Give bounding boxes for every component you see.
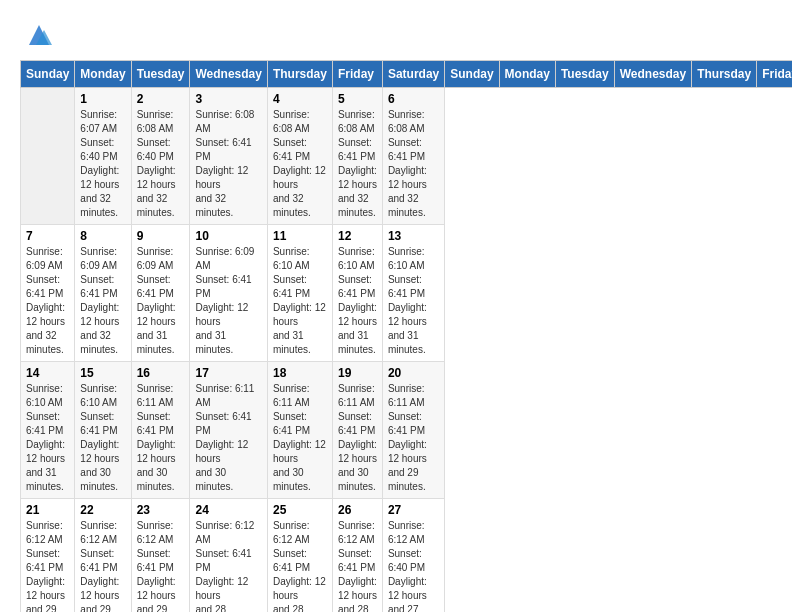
day-header-sunday: Sunday xyxy=(21,61,75,88)
calendar-cell: 22Sunrise: 6:12 AM Sunset: 6:41 PM Dayli… xyxy=(75,499,131,613)
day-number: 22 xyxy=(80,503,125,517)
calendar-cell: 6Sunrise: 6:08 AM Sunset: 6:41 PM Daylig… xyxy=(382,88,444,225)
day-number: 20 xyxy=(388,366,439,380)
calendar-cell: 26Sunrise: 6:12 AM Sunset: 6:41 PM Dayli… xyxy=(332,499,382,613)
calendar-week-row: 21Sunrise: 6:12 AM Sunset: 6:41 PM Dayli… xyxy=(21,499,793,613)
calendar-cell: 20Sunrise: 6:11 AM Sunset: 6:41 PM Dayli… xyxy=(382,362,444,499)
day-number: 21 xyxy=(26,503,69,517)
calendar-table: SundayMondayTuesdayWednesdayThursdayFrid… xyxy=(20,60,792,612)
day-info: Sunrise: 6:10 AM Sunset: 6:41 PM Dayligh… xyxy=(388,245,439,357)
day-info: Sunrise: 6:10 AM Sunset: 6:41 PM Dayligh… xyxy=(338,245,377,357)
day-header-friday: Friday xyxy=(757,61,792,88)
day-info: Sunrise: 6:09 AM Sunset: 6:41 PM Dayligh… xyxy=(195,245,261,357)
calendar-cell: 3Sunrise: 6:08 AM Sunset: 6:41 PM Daylig… xyxy=(190,88,267,225)
calendar-cell: 13Sunrise: 6:10 AM Sunset: 6:41 PM Dayli… xyxy=(382,225,444,362)
day-number: 15 xyxy=(80,366,125,380)
day-info: Sunrise: 6:12 AM Sunset: 6:41 PM Dayligh… xyxy=(273,519,327,612)
day-header-tuesday: Tuesday xyxy=(131,61,190,88)
day-header-tuesday: Tuesday xyxy=(555,61,614,88)
day-info: Sunrise: 6:12 AM Sunset: 6:41 PM Dayligh… xyxy=(26,519,69,612)
day-number: 11 xyxy=(273,229,327,243)
day-number: 16 xyxy=(137,366,185,380)
day-info: Sunrise: 6:12 AM Sunset: 6:41 PM Dayligh… xyxy=(80,519,125,612)
day-number: 19 xyxy=(338,366,377,380)
day-header-saturday: Saturday xyxy=(382,61,444,88)
day-info: Sunrise: 6:12 AM Sunset: 6:41 PM Dayligh… xyxy=(338,519,377,612)
page-header xyxy=(20,20,772,50)
calendar-cell: 12Sunrise: 6:10 AM Sunset: 6:41 PM Dayli… xyxy=(332,225,382,362)
day-info: Sunrise: 6:10 AM Sunset: 6:41 PM Dayligh… xyxy=(273,245,327,357)
calendar-week-row: 1Sunrise: 6:07 AM Sunset: 6:40 PM Daylig… xyxy=(21,88,793,225)
calendar-cell: 5Sunrise: 6:08 AM Sunset: 6:41 PM Daylig… xyxy=(332,88,382,225)
day-number: 13 xyxy=(388,229,439,243)
calendar-cell: 1Sunrise: 6:07 AM Sunset: 6:40 PM Daylig… xyxy=(75,88,131,225)
day-header-thursday: Thursday xyxy=(267,61,332,88)
day-number: 7 xyxy=(26,229,69,243)
day-number: 4 xyxy=(273,92,327,106)
day-number: 26 xyxy=(338,503,377,517)
calendar-header-row: SundayMondayTuesdayWednesdayThursdayFrid… xyxy=(21,61,793,88)
day-info: Sunrise: 6:08 AM Sunset: 6:41 PM Dayligh… xyxy=(195,108,261,220)
day-number: 24 xyxy=(195,503,261,517)
calendar-cell: 23Sunrise: 6:12 AM Sunset: 6:41 PM Dayli… xyxy=(131,499,190,613)
calendar-cell: 2Sunrise: 6:08 AM Sunset: 6:40 PM Daylig… xyxy=(131,88,190,225)
day-number: 27 xyxy=(388,503,439,517)
day-header-wednesday: Wednesday xyxy=(614,61,691,88)
day-header-friday: Friday xyxy=(332,61,382,88)
day-info: Sunrise: 6:07 AM Sunset: 6:40 PM Dayligh… xyxy=(80,108,125,220)
day-info: Sunrise: 6:09 AM Sunset: 6:41 PM Dayligh… xyxy=(137,245,185,357)
calendar-cell: 27Sunrise: 6:12 AM Sunset: 6:40 PM Dayli… xyxy=(382,499,444,613)
calendar-cell: 4Sunrise: 6:08 AM Sunset: 6:41 PM Daylig… xyxy=(267,88,332,225)
day-number: 14 xyxy=(26,366,69,380)
calendar-cell: 21Sunrise: 6:12 AM Sunset: 6:41 PM Dayli… xyxy=(21,499,75,613)
day-info: Sunrise: 6:12 AM Sunset: 6:40 PM Dayligh… xyxy=(388,519,439,612)
day-info: Sunrise: 6:08 AM Sunset: 6:40 PM Dayligh… xyxy=(137,108,185,220)
day-info: Sunrise: 6:12 AM Sunset: 6:41 PM Dayligh… xyxy=(137,519,185,612)
day-number: 1 xyxy=(80,92,125,106)
day-header-thursday: Thursday xyxy=(692,61,757,88)
calendar-cell: 9Sunrise: 6:09 AM Sunset: 6:41 PM Daylig… xyxy=(131,225,190,362)
day-number: 17 xyxy=(195,366,261,380)
day-info: Sunrise: 6:09 AM Sunset: 6:41 PM Dayligh… xyxy=(80,245,125,357)
day-info: Sunrise: 6:11 AM Sunset: 6:41 PM Dayligh… xyxy=(388,382,439,494)
day-number: 2 xyxy=(137,92,185,106)
day-info: Sunrise: 6:11 AM Sunset: 6:41 PM Dayligh… xyxy=(137,382,185,494)
calendar-cell: 15Sunrise: 6:10 AM Sunset: 6:41 PM Dayli… xyxy=(75,362,131,499)
calendar-cell: 24Sunrise: 6:12 AM Sunset: 6:41 PM Dayli… xyxy=(190,499,267,613)
calendar-cell xyxy=(21,88,75,225)
calendar-cell: 18Sunrise: 6:11 AM Sunset: 6:41 PM Dayli… xyxy=(267,362,332,499)
day-info: Sunrise: 6:10 AM Sunset: 6:41 PM Dayligh… xyxy=(26,382,69,494)
day-number: 25 xyxy=(273,503,327,517)
day-header-monday: Monday xyxy=(499,61,555,88)
calendar-cell: 11Sunrise: 6:10 AM Sunset: 6:41 PM Dayli… xyxy=(267,225,332,362)
calendar-cell: 16Sunrise: 6:11 AM Sunset: 6:41 PM Dayli… xyxy=(131,362,190,499)
day-number: 5 xyxy=(338,92,377,106)
day-info: Sunrise: 6:11 AM Sunset: 6:41 PM Dayligh… xyxy=(338,382,377,494)
calendar-cell: 10Sunrise: 6:09 AM Sunset: 6:41 PM Dayli… xyxy=(190,225,267,362)
day-info: Sunrise: 6:12 AM Sunset: 6:41 PM Dayligh… xyxy=(195,519,261,612)
day-number: 9 xyxy=(137,229,185,243)
calendar-cell: 8Sunrise: 6:09 AM Sunset: 6:41 PM Daylig… xyxy=(75,225,131,362)
logo xyxy=(20,20,54,50)
calendar-cell: 17Sunrise: 6:11 AM Sunset: 6:41 PM Dayli… xyxy=(190,362,267,499)
day-number: 3 xyxy=(195,92,261,106)
day-info: Sunrise: 6:08 AM Sunset: 6:41 PM Dayligh… xyxy=(273,108,327,220)
day-header-sunday: Sunday xyxy=(445,61,499,88)
day-info: Sunrise: 6:11 AM Sunset: 6:41 PM Dayligh… xyxy=(195,382,261,494)
calendar-week-row: 7Sunrise: 6:09 AM Sunset: 6:41 PM Daylig… xyxy=(21,225,793,362)
day-info: Sunrise: 6:10 AM Sunset: 6:41 PM Dayligh… xyxy=(80,382,125,494)
day-number: 12 xyxy=(338,229,377,243)
day-header-wednesday: Wednesday xyxy=(190,61,267,88)
day-info: Sunrise: 6:08 AM Sunset: 6:41 PM Dayligh… xyxy=(338,108,377,220)
day-number: 18 xyxy=(273,366,327,380)
day-number: 10 xyxy=(195,229,261,243)
day-number: 6 xyxy=(388,92,439,106)
day-number: 8 xyxy=(80,229,125,243)
calendar-cell: 19Sunrise: 6:11 AM Sunset: 6:41 PM Dayli… xyxy=(332,362,382,499)
day-info: Sunrise: 6:08 AM Sunset: 6:41 PM Dayligh… xyxy=(388,108,439,220)
day-info: Sunrise: 6:09 AM Sunset: 6:41 PM Dayligh… xyxy=(26,245,69,357)
calendar-week-row: 14Sunrise: 6:10 AM Sunset: 6:41 PM Dayli… xyxy=(21,362,793,499)
calendar-cell: 25Sunrise: 6:12 AM Sunset: 6:41 PM Dayli… xyxy=(267,499,332,613)
day-info: Sunrise: 6:11 AM Sunset: 6:41 PM Dayligh… xyxy=(273,382,327,494)
logo-icon xyxy=(24,20,54,50)
